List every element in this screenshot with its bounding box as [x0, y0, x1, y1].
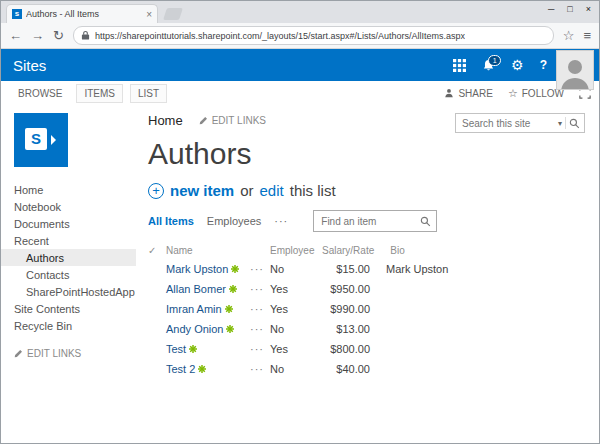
site-search-box[interactable]: ▾: [455, 113, 585, 133]
breadcrumb-home-link[interactable]: Home: [148, 113, 183, 128]
window-controls: ─ □ ×: [548, 4, 591, 14]
page-title: Authors: [148, 137, 587, 170]
sidebar-item-sharepointhostedapp[interactable]: SharePointHostedApp: [1, 283, 136, 300]
maximize-button[interactable]: □: [567, 4, 572, 14]
tab-strip: s Authors - All Items × ─ □ ×: [1, 1, 599, 23]
view-employees[interactable]: Employees: [207, 215, 261, 227]
forward-icon[interactable]: →: [31, 29, 44, 42]
this-list-text: this list: [290, 182, 336, 199]
settings-gear-icon[interactable]: ⚙: [511, 58, 524, 72]
search-scope-dropdown-icon[interactable]: ▾: [558, 119, 562, 128]
help-icon[interactable]: ?: [540, 58, 547, 72]
find-item-input[interactable]: [319, 215, 416, 228]
back-icon[interactable]: ←: [9, 29, 22, 42]
sidebar-edit-links-label: EDIT LINKS: [27, 348, 81, 359]
item-name-link[interactable]: Test: [166, 343, 186, 355]
ribbon-tab-list[interactable]: LIST: [130, 84, 167, 103]
new-item-badge-icon: [225, 303, 233, 315]
item-name-link[interactable]: Imran Amin: [166, 303, 222, 315]
share-person-icon: [444, 88, 454, 98]
browser-window: s Authors - All Items × ─ □ × ← → ↻ http…: [0, 0, 600, 444]
cell-salary: $13.00: [316, 323, 372, 335]
table-row: Test 2 ··· No $40.00: [148, 359, 587, 379]
item-menu-icon[interactable]: ···: [244, 303, 270, 315]
view-all-items[interactable]: All Items: [148, 215, 194, 227]
column-header-employee[interactable]: Employee: [270, 245, 316, 256]
sidebar-item-home[interactable]: Home: [1, 181, 136, 198]
sharepoint-logo-letter: S: [25, 128, 47, 150]
close-button[interactable]: ×: [586, 4, 591, 14]
item-name-link[interactable]: Mark Upston: [166, 263, 228, 275]
browser-menu-icon[interactable]: ≡: [583, 29, 591, 42]
minimize-button[interactable]: ─: [548, 4, 554, 14]
sidebar-item-documents[interactable]: Documents: [1, 215, 136, 232]
ribbon-tab-browse[interactable]: BROWSE: [11, 85, 69, 102]
browser-tab[interactable]: s Authors - All Items ×: [6, 4, 158, 23]
sidebar-item-recent[interactable]: Recent: [1, 232, 136, 249]
lock-icon: [81, 30, 90, 41]
cell-employee: Yes: [270, 283, 316, 295]
item-menu-icon[interactable]: ···: [244, 363, 270, 375]
column-header-bio[interactable]: Bio: [376, 245, 587, 256]
main-area: Home EDIT LINKS ▾ Authors + n: [136, 105, 599, 444]
item-menu-icon[interactable]: ···: [244, 283, 270, 295]
ribbon-tab-items[interactable]: ITEMS: [76, 84, 123, 103]
find-item-box[interactable]: [313, 210, 437, 232]
sidebar-item-contacts[interactable]: Contacts: [1, 266, 136, 283]
sidebar-item-notebook[interactable]: Notebook: [1, 198, 136, 215]
new-item-badge-icon: [198, 363, 206, 375]
sidebar-edit-links[interactable]: EDIT LINKS: [1, 348, 136, 359]
pencil-icon: [199, 116, 208, 125]
cell-salary: $40.00: [316, 363, 372, 375]
item-menu-icon[interactable]: ···: [244, 263, 270, 275]
cell-salary: $950.00: [316, 283, 372, 295]
sidebar: S Home Notebook Documents Recent Authors…: [1, 105, 136, 444]
new-tab-button[interactable]: [163, 8, 183, 20]
url-text: https://sharepointtutorials.sharepoint.c…: [95, 31, 465, 41]
column-header-salary[interactable]: Salary/Rate: [316, 245, 376, 256]
item-name-link[interactable]: Allan Bomer: [166, 283, 226, 295]
suite-bar: Sites 1 ⚙ ?: [1, 49, 599, 81]
cell-bio: Mark Upston: [372, 263, 587, 275]
site-search-input[interactable]: [460, 117, 555, 130]
select-all-check-icon[interactable]: ✓: [148, 245, 166, 256]
item-name-link[interactable]: Test 2: [166, 363, 195, 375]
column-header-name[interactable]: Name: [166, 245, 244, 256]
new-item-badge-icon: [231, 263, 239, 275]
search-magnifier-icon[interactable]: [569, 118, 580, 129]
new-item-badge-icon: [229, 283, 237, 295]
new-item-link[interactable]: new item: [170, 182, 234, 199]
bookmark-star-icon[interactable]: ☆: [563, 29, 575, 42]
cell-employee: No: [270, 323, 316, 335]
item-menu-icon[interactable]: ···: [244, 323, 270, 335]
refresh-icon[interactable]: ↻: [53, 29, 64, 42]
item-menu-icon[interactable]: ···: [244, 343, 270, 355]
user-avatar[interactable]: [556, 50, 594, 90]
share-button[interactable]: SHARE: [444, 88, 492, 99]
notifications-bell-icon[interactable]: 1: [482, 59, 495, 72]
find-magnifier-icon[interactable]: [420, 216, 431, 227]
sidebar-item-authors[interactable]: Authors: [1, 249, 136, 266]
edit-links-button[interactable]: EDIT LINKS: [199, 115, 266, 126]
sidebar-item-site-contents[interactable]: Site Contents: [1, 300, 136, 317]
tab-title: Authors - All Items: [26, 9, 142, 19]
table-row: Andy Onion ··· No $13.00: [148, 319, 587, 339]
sidebar-item-recycle-bin[interactable]: Recycle Bin: [1, 317, 136, 334]
sharepoint-logo-chevron-icon: [51, 135, 56, 145]
views-row: All Items Employees ···: [148, 210, 587, 232]
edit-list-link[interactable]: edit: [260, 182, 284, 199]
plus-circle-icon: +: [148, 183, 164, 199]
address-bar[interactable]: https://sharepointtutorials.sharepoint.c…: [73, 26, 554, 45]
cell-employee: No: [270, 363, 316, 375]
table-row: Mark Upston ··· No $15.00 Mark Upston: [148, 259, 587, 279]
cell-salary: $990.00: [316, 303, 372, 315]
sharepoint-logo: S: [14, 113, 68, 167]
cell-salary: $800.00: [316, 343, 372, 355]
or-text: or: [240, 182, 253, 199]
table-header-row: ✓ Name Employee Salary/Rate Bio: [148, 241, 587, 259]
app-launcher-icon[interactable]: [453, 59, 466, 72]
views-overflow-icon[interactable]: ···: [274, 215, 288, 227]
item-name-link[interactable]: Andy Onion: [166, 323, 223, 335]
tab-close-icon[interactable]: ×: [146, 9, 152, 20]
ribbon-bar: BROWSE ITEMS LIST SHARE ☆ FOLLOW: [1, 81, 599, 105]
